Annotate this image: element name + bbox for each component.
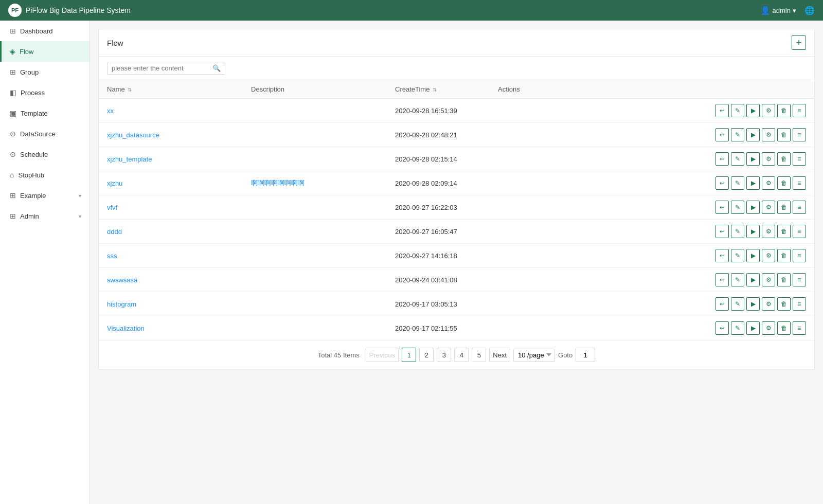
flow-name-link[interactable]: xjzhu_template — [107, 155, 152, 163]
delete-icon-button[interactable]: 🗑 — [777, 321, 791, 335]
settings-icon-button[interactable]: ⚙ — [762, 201, 775, 214]
run-icon-button[interactable]: ▶ — [746, 321, 760, 335]
menu-icon-button[interactable]: ≡ — [793, 321, 806, 335]
sidebar-item-schedule[interactable]: ⊙ Schedule — [0, 144, 90, 165]
page-button-3[interactable]: 3 — [437, 348, 451, 362]
delete-icon-button[interactable]: 🗑 — [777, 152, 791, 166]
previous-button[interactable]: Previous — [366, 348, 399, 362]
flow-name-link[interactable]: Visualization — [107, 325, 145, 332]
delete-icon-button[interactable]: 🗑 — [777, 225, 791, 238]
delete-icon-button[interactable]: 🗑 — [777, 297, 791, 311]
search-input[interactable] — [112, 64, 212, 72]
menu-icon-button[interactable]: ≡ — [793, 176, 806, 190]
page-button-4[interactable]: 4 — [454, 348, 469, 362]
share-icon-button[interactable]: ↩ — [715, 128, 729, 141]
edit-icon-button[interactable]: ✎ — [731, 152, 744, 166]
name-sort-icon[interactable]: ⇅ — [128, 87, 132, 93]
run-icon-button[interactable]: ▶ — [746, 225, 760, 238]
delete-icon-button[interactable]: 🗑 — [777, 201, 791, 214]
flow-name-link[interactable]: sss — [107, 252, 117, 260]
edit-icon-button[interactable]: ✎ — [731, 201, 744, 214]
flow-name-link[interactable]: histogram — [107, 300, 136, 308]
sidebar-item-template[interactable]: ▣ Template — [0, 103, 90, 123]
edit-icon-button[interactable]: ✎ — [731, 321, 744, 335]
settings-icon-button[interactable]: ⚙ — [762, 273, 775, 286]
share-icon-button[interactable]: ↩ — [715, 176, 729, 190]
settings-icon-button[interactable]: ⚙ — [762, 128, 775, 141]
sidebar-item-process[interactable]: ◧ Process — [0, 82, 90, 103]
settings-icon-button[interactable]: ⚙ — [762, 176, 775, 190]
delete-icon-button[interactable]: 🗑 — [777, 104, 791, 117]
flow-name-link[interactable]: dddd — [107, 228, 122, 236]
sidebar-item-label: StopHub — [18, 171, 44, 179]
delete-icon-button[interactable]: 🗑 — [777, 249, 791, 262]
menu-icon-button[interactable]: ≡ — [793, 152, 806, 166]
share-icon-button[interactable]: ↩ — [715, 152, 729, 166]
edit-icon-button[interactable]: ✎ — [731, 104, 744, 117]
settings-icon-button[interactable]: ⚙ — [762, 321, 775, 335]
settings-icon-button[interactable]: ⚙ — [762, 225, 775, 238]
run-icon-button[interactable]: ▶ — [746, 201, 760, 214]
share-icon-button[interactable]: ↩ — [715, 201, 729, 214]
delete-icon-button[interactable]: 🗑 — [777, 128, 791, 141]
admin-button[interactable]: 👤 admin ▾ — [760, 6, 796, 15]
edit-icon-button[interactable]: ✎ — [731, 176, 744, 190]
next-button[interactable]: Next — [489, 348, 510, 362]
add-flow-button[interactable]: + — [792, 35, 806, 50]
run-icon-button[interactable]: ▶ — [746, 249, 760, 262]
run-icon-button[interactable]: ▶ — [746, 176, 760, 190]
share-icon-button[interactable]: ↩ — [715, 297, 729, 311]
edit-icon-button[interactable]: ✎ — [731, 297, 744, 311]
run-icon-button[interactable]: ▶ — [746, 297, 760, 311]
menu-icon-button[interactable]: ≡ — [793, 225, 806, 238]
menu-icon-button[interactable]: ≡ — [793, 273, 806, 286]
edit-icon-button[interactable]: ✎ — [731, 225, 744, 238]
settings-icon-button[interactable]: ⚙ — [762, 297, 775, 311]
share-icon-button[interactable]: ↩ — [715, 104, 729, 117]
edit-icon-button[interactable]: ✎ — [731, 273, 744, 286]
sidebar-item-admin[interactable]: ⊞ Admin ▾ — [0, 206, 90, 226]
menu-icon-button[interactable]: ≡ — [793, 249, 806, 262]
globe-icon[interactable]: 🌐 — [804, 6, 815, 15]
sidebar-item-flow[interactable]: ◈ Flow — [0, 41, 90, 62]
share-icon-button[interactable]: ↩ — [715, 249, 729, 262]
page-button-1[interactable]: 1 — [402, 348, 416, 362]
delete-icon-button[interactable]: 🗑 — [777, 273, 791, 286]
sidebar-item-example[interactable]: ⊞ Example ▾ — [0, 185, 90, 206]
search-icon[interactable]: 🔍 — [212, 64, 221, 72]
sidebar-item-datasource[interactable]: ⊙ DataSource — [0, 123, 90, 144]
col-header-name: Name ⇅ — [99, 80, 243, 99]
flow-name-link[interactable]: xjzhu — [107, 179, 122, 187]
settings-icon-button[interactable]: ⚙ — [762, 104, 775, 117]
edit-icon-button[interactable]: ✎ — [731, 128, 744, 141]
settings-icon-button[interactable]: ⚙ — [762, 152, 775, 166]
run-icon-button[interactable]: ▶ — [746, 152, 760, 166]
flow-name-link[interactable]: swswsasa — [107, 276, 137, 284]
sidebar-item-dashboard[interactable]: ⊞ Dashboard — [0, 21, 90, 41]
share-icon-button[interactable]: ↩ — [715, 321, 729, 335]
page-button-5[interactable]: 5 — [472, 348, 486, 362]
flow-name-link[interactable]: xjzhu_datasource — [107, 131, 159, 139]
action-buttons: ↩✎▶⚙🗑≡ — [498, 128, 806, 141]
menu-icon-button[interactable]: ≡ — [793, 201, 806, 214]
run-icon-button[interactable]: ▶ — [746, 128, 760, 141]
sidebar-item-group[interactable]: ⊞ Group — [0, 62, 90, 82]
per-page-select[interactable]: 10 /page 20 /page 50 /page — [513, 349, 555, 362]
menu-icon-button[interactable]: ≡ — [793, 297, 806, 311]
share-icon-button[interactable]: ↩ — [715, 225, 729, 238]
run-icon-button[interactable]: ▶ — [746, 104, 760, 117]
settings-icon-button[interactable]: ⚙ — [762, 249, 775, 262]
goto-input[interactable] — [576, 348, 595, 362]
edit-icon-button[interactable]: ✎ — [731, 249, 744, 262]
sidebar-item-stophub[interactable]: ⌂ StopHub — [0, 165, 90, 185]
run-icon-button[interactable]: ▶ — [746, 273, 760, 286]
menu-icon-button[interactable]: ≡ — [793, 104, 806, 117]
delete-icon-button[interactable]: 🗑 — [777, 176, 791, 190]
action-buttons: ↩✎▶⚙🗑≡ — [498, 225, 806, 238]
flow-name-link[interactable]: xx — [107, 107, 114, 115]
flow-name-link[interactable]: vfvf — [107, 204, 117, 211]
page-button-2[interactable]: 2 — [419, 348, 434, 362]
createtime-sort-icon[interactable]: ⇅ — [433, 87, 437, 93]
share-icon-button[interactable]: ↩ — [715, 273, 729, 286]
menu-icon-button[interactable]: ≡ — [793, 128, 806, 141]
